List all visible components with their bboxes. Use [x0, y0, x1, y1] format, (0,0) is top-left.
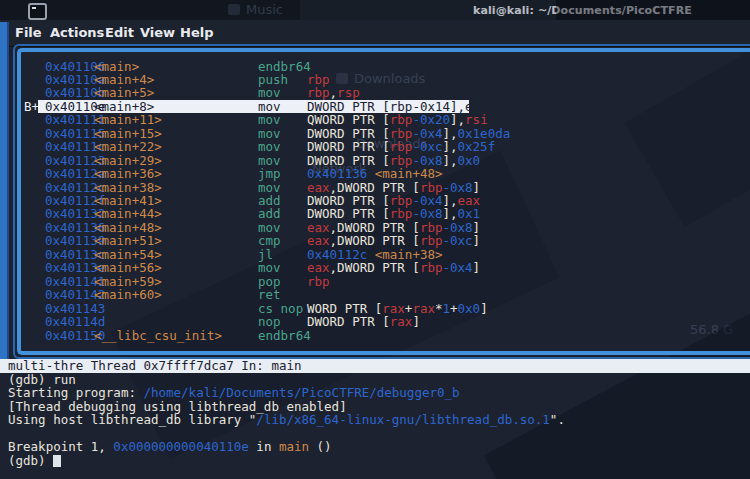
asm-symbol: <main+11> — [94, 113, 162, 126]
asm-symbol: <main+36> — [94, 167, 162, 180]
asm-symbol: <main> — [94, 60, 139, 73]
asm-row: 0x40112f<main+41>addDWORD PTR [rbp-0x4],… — [0, 194, 750, 207]
asm-mnemonic: mov — [258, 113, 281, 126]
asm-symbol: <main+59> — [94, 275, 162, 288]
asm-operands: 0x401136 <main+48> — [307, 167, 442, 180]
asm-address: 0x401143 — [45, 302, 105, 315]
asm-mnemonic: endbr64 — [258, 60, 311, 73]
asm-row: 0x401111<main+11>movQWORD PTR [rbp-0x20]… — [0, 113, 750, 126]
asm-operands: DWORD PTR [rbp-0x8],0x0 — [307, 154, 480, 167]
asm-mnemonic: mov — [258, 221, 281, 234]
asm-mnemonic: jmp — [258, 167, 281, 180]
asm-mnemonic: mov — [258, 127, 281, 140]
asm-mnemonic: mov — [258, 86, 281, 99]
asm-operands: rbp — [307, 275, 330, 288]
console-line: (gdb) — [8, 454, 750, 467]
asm-symbol: <main+56> — [94, 261, 162, 274]
asm-row: 0x40110a<main+4>pushrbp — [0, 73, 750, 86]
tui-status-line: multi-thre Thread 0x7ffff7dca7 In: main — [0, 359, 750, 373]
asm-mnemonic: add — [258, 207, 281, 220]
asm-symbol: <main+15> — [94, 127, 162, 140]
asm-row: 0x40110b<main+5>movrbp,rsp — [0, 86, 750, 99]
asm-symbol: <main+5> — [94, 86, 154, 99]
asm-mnemonic: cmp — [258, 234, 281, 247]
asm-row: 0x401143cs nopWORD PTR [rax+rax*1+0x0] — [0, 302, 750, 315]
asm-row: 0x40112c<main+38>moveax,DWORD PTR [rbp-0… — [0, 181, 750, 194]
asm-symbol: <__libc_csu_init> — [94, 329, 222, 342]
asm-symbol: <main+22> — [94, 140, 162, 153]
asm-row: 0x401142<main+60>ret — [0, 288, 750, 301]
asm-row: 0x40110e<main+8>movDWORD PTR [rbp-0x14],… — [0, 100, 750, 113]
asm-operands: DWORD PTR [rbp-0x14],edi — [307, 100, 488, 113]
asm-operands: DWORD PTR [rbp-0x4],0x1e0da — [307, 127, 510, 140]
asm-row: 0x401141<main+59>poprbp — [0, 275, 750, 288]
disassembly-pane[interactable]: 0x401106<main>endbr640x40110a<main+4>pus… — [0, 0, 750, 359]
asm-symbol: <main+54> — [94, 248, 162, 261]
asm-symbol: <main+4> — [94, 73, 154, 86]
asm-mnemonic: nop — [258, 315, 281, 328]
asm-symbol: <main+48> — [94, 221, 162, 234]
asm-row: 0x40113e<main+56>moveax,DWORD PTR [rbp-0… — [0, 261, 750, 274]
asm-symbol: <main+44> — [94, 207, 162, 220]
asm-mnemonic: add — [258, 194, 281, 207]
console-line: Using host libthread_db library "/lib/x8… — [8, 413, 750, 426]
console-line: (gdb) run — [8, 373, 750, 386]
asm-symbol: <main+29> — [94, 154, 162, 167]
asm-mnemonic: endbr64 — [258, 329, 311, 342]
asm-mnemonic: cs nop — [258, 302, 303, 315]
asm-mnemonic: push — [258, 73, 288, 86]
asm-operands: rbp — [307, 73, 330, 86]
asm-operands: eax,DWORD PTR [rbp-0xc] — [307, 234, 480, 247]
asm-row: 0x40111c<main+22>movDWORD PTR [rbp-0xc],… — [0, 140, 750, 153]
asm-operands: DWORD PTR [rbp-0x8],0x1 — [307, 207, 480, 220]
asm-row: 0x401139<main+51>cmpeax,DWORD PTR [rbp-0… — [0, 234, 750, 247]
console-line — [8, 427, 750, 440]
asm-mnemonic: mov — [258, 140, 281, 153]
asm-operands: DWORD PTR [rbp-0xc],0x25f — [307, 140, 495, 153]
gdb-console[interactable]: (gdb) runStarting program: /home/kali/Do… — [0, 373, 750, 479]
asm-mnemonic: pop — [258, 275, 281, 288]
console-line: Breakpoint 1, 0x000000000040110e in main… — [8, 440, 750, 453]
asm-symbol: <main+51> — [94, 234, 162, 247]
asm-symbol: <main+60> — [94, 288, 162, 301]
asm-symbol: <main+38> — [94, 181, 162, 194]
asm-operands: WORD PTR [rax+rax*1+0x0] — [307, 302, 488, 315]
asm-mnemonic: mov — [258, 154, 281, 167]
asm-mnemonic: mov — [258, 100, 281, 113]
asm-operands: DWORD PTR [rbp-0x4],eax — [307, 194, 480, 207]
asm-symbol: <main+8> — [94, 100, 154, 113]
asm-row: 0x401132<main+44>addDWORD PTR [rbp-0x8],… — [0, 207, 750, 220]
asm-row: 0x401136<main+48>moveax,DWORD PTR [rbp-0… — [0, 221, 750, 234]
terminal-cursor[interactable] — [53, 455, 61, 467]
asm-row: 0x401106<main>endbr64 — [0, 60, 750, 73]
asm-operands: eax,DWORD PTR [rbp-0x8] — [307, 181, 480, 194]
asm-operands: DWORD PTR [rax] — [307, 315, 420, 328]
asm-mnemonic: jl — [258, 248, 273, 261]
asm-operands: 0x40112c <main+38> — [307, 248, 442, 261]
asm-mnemonic: mov — [258, 261, 281, 274]
asm-operands: QWORD PTR [rbp-0x20],rsi — [307, 113, 488, 126]
asm-row: 0x401115<main+15>movDWORD PTR [rbp-0x4],… — [0, 127, 750, 140]
asm-row: 0x40112a<main+36>jmp0x401136 <main+48> — [0, 167, 750, 180]
asm-address: 0x40114d — [45, 315, 105, 328]
asm-operands: eax,DWORD PTR [rbp-0x8] — [307, 221, 480, 234]
console-line: Starting program: /home/kali/Documents/P… — [8, 386, 750, 399]
asm-row: 0x401150<__libc_csu_init>endbr64 — [0, 329, 750, 342]
asm-mnemonic: ret — [258, 288, 281, 301]
asm-symbol: <main+41> — [94, 194, 162, 207]
asm-row: 0x40114dnopDWORD PTR [rax] — [0, 315, 750, 328]
console-line: [Thread debugging using libthread_db ena… — [8, 400, 750, 413]
asm-row: 0x40113c<main+54>jl0x40112c <main+38> — [0, 248, 750, 261]
asm-operands: rbp,rsp — [307, 86, 360, 99]
asm-operands: eax,DWORD PTR [rbp-0x4] — [307, 261, 480, 274]
asm-row: 0x401123<main+29>movDWORD PTR [rbp-0x8],… — [0, 154, 750, 167]
asm-mnemonic: mov — [258, 181, 281, 194]
